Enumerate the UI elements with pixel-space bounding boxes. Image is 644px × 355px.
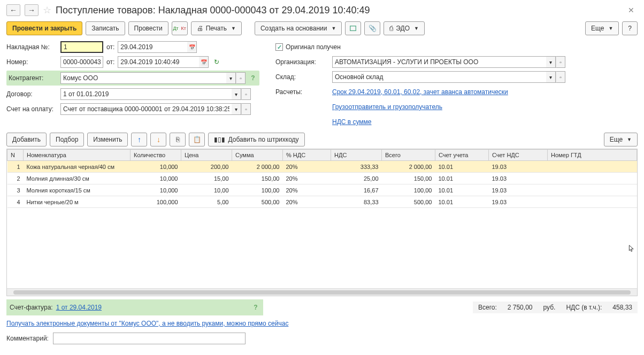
invoice-no-label: Накладная №: xyxy=(6,43,57,51)
favorite-icon[interactable]: ☆ xyxy=(43,4,51,16)
total-value: 2 750,00 xyxy=(508,304,533,311)
edo-button[interactable]: ⎙ЭДО▼ xyxy=(384,21,425,35)
invoice-no-input[interactable] xyxy=(60,41,103,53)
dropdown-icon[interactable]: ▾ xyxy=(546,56,556,68)
stamp-icon: ⎙ xyxy=(389,25,393,32)
dropdown-icon[interactable]: ▾ xyxy=(546,71,556,83)
select-button[interactable]: Подбор xyxy=(50,133,84,146)
bill-input[interactable] xyxy=(60,103,232,115)
sf-label: Счет-фактура: xyxy=(10,304,53,311)
col-price[interactable]: Цена xyxy=(181,150,232,161)
items-table: N Номенклатура Количество Цена Сумма % Н… xyxy=(7,149,637,208)
copy-button[interactable]: ⎘ xyxy=(170,133,186,146)
help-icon[interactable]: ? xyxy=(249,72,257,84)
paperclip-icon: 📎 xyxy=(369,25,377,32)
open-icon[interactable]: ▫ xyxy=(241,103,251,115)
counterparty-label: Контрагент: xyxy=(9,74,57,82)
open-icon[interactable]: ▫ xyxy=(241,88,251,100)
more-button[interactable]: Еще▼ xyxy=(585,21,619,35)
table-more-button[interactable]: Еще▼ xyxy=(604,133,638,146)
promo-link[interactable]: Получать электронные документы от "Комус… xyxy=(6,320,288,327)
open-icon[interactable]: ▫ xyxy=(236,72,246,84)
table-row[interactable]: 1Кожа натуральная черная/40 см10,000200,… xyxy=(7,161,637,173)
table-row[interactable]: 2Молния длинная/30 см10,00015,00150,0020… xyxy=(7,173,637,184)
edit-button[interactable]: Изменить xyxy=(87,133,128,146)
calc-label: Расчеты: xyxy=(275,88,329,96)
col-gtd[interactable]: Номер ГТД xyxy=(548,150,637,161)
col-vat-account[interactable]: Счет НДС xyxy=(489,150,548,161)
col-vat-pct[interactable]: % НДС xyxy=(283,150,331,161)
copy-icon: ⎘ xyxy=(176,136,180,143)
refresh-icon[interactable]: ↻ xyxy=(214,58,219,66)
dropdown-icon[interactable]: ▾ xyxy=(232,103,241,115)
calendar-icon[interactable]: 📅 xyxy=(187,41,197,53)
warehouse-label: Склад: xyxy=(275,73,329,81)
col-nomenclature[interactable]: Номенклатура xyxy=(24,150,131,161)
dropdown-icon[interactable]: ▾ xyxy=(232,88,241,100)
dropdown-icon[interactable]: ▾ xyxy=(226,72,236,84)
contract-input[interactable] xyxy=(60,88,232,100)
save-button[interactable]: Записать xyxy=(86,21,125,35)
link-button[interactable] xyxy=(345,21,361,35)
post-button[interactable]: Провести xyxy=(128,21,168,35)
attachment-button[interactable]: 📎 xyxy=(364,21,380,35)
open-icon[interactable]: ▫ xyxy=(556,56,565,68)
col-sum[interactable]: Сумма xyxy=(232,150,283,161)
col-n[interactable]: N xyxy=(7,150,24,161)
vat-mode-link[interactable]: НДС в сумме xyxy=(332,118,372,126)
bill-label: Счет на оплату: xyxy=(6,105,57,113)
vat-total-label: НДС (в т.ч.): xyxy=(566,304,602,311)
shipper-link[interactable]: Грузоотправитель и грузополучатель xyxy=(332,103,442,111)
from-label-2: от: xyxy=(106,58,114,66)
currency-label: руб. xyxy=(543,304,555,311)
help-button[interactable]: ? xyxy=(622,21,638,35)
invoice-date-input[interactable] xyxy=(118,41,187,53)
org-label: Организация: xyxy=(275,58,329,66)
print-button[interactable]: 🖨Печать▼ xyxy=(191,21,242,35)
number-input[interactable] xyxy=(60,56,103,68)
number-date-input[interactable] xyxy=(118,56,199,68)
total-label: Всего: xyxy=(478,304,497,311)
barcode-icon: ▮▯▮ xyxy=(214,136,225,143)
dt-kt-button[interactable]: ДтКт xyxy=(172,21,188,35)
comment-label: Комментарий: xyxy=(6,335,49,342)
barcode-button[interactable]: ▮▯▮Добавить по штрихкоду xyxy=(208,133,304,146)
open-icon[interactable]: ▫ xyxy=(556,71,565,83)
calendar-icon[interactable]: 📅 xyxy=(199,56,209,68)
close-icon[interactable]: ✕ xyxy=(625,5,638,16)
org-input[interactable] xyxy=(332,56,546,68)
col-qty[interactable]: Количество xyxy=(131,150,181,161)
help-icon[interactable]: ? xyxy=(251,302,260,313)
vat-total-value: 458,33 xyxy=(612,304,632,311)
nav-forward-button[interactable]: → xyxy=(25,4,39,16)
table-row[interactable]: 4Нитки черные/20 м100,0005,00500,0020%83… xyxy=(7,196,637,208)
table-empty-area xyxy=(7,208,637,288)
printer-icon: 🖨 xyxy=(197,25,203,32)
calc-link[interactable]: Срок 29.04.2019, 60.01, 60.02, зачет ава… xyxy=(332,88,508,96)
paste-button[interactable]: 📋 xyxy=(189,133,205,146)
nav-back-button[interactable]: ← xyxy=(6,4,20,16)
check-icon: ✓ xyxy=(275,43,283,51)
warehouse-input[interactable] xyxy=(332,71,546,83)
col-total[interactable]: Всего xyxy=(382,150,435,161)
col-vat[interactable]: НДС xyxy=(331,150,382,161)
move-down-button[interactable]: ↓ xyxy=(150,133,166,146)
from-label: от: xyxy=(106,43,114,51)
page-title: Поступление товаров: Накладная 0000-0000… xyxy=(56,5,370,16)
contract-label: Договор: xyxy=(6,90,57,98)
table-row[interactable]: 3Молния короткая/15 см10,00010,00100,002… xyxy=(7,184,637,196)
sf-link[interactable]: 1 от 29.04.2019 xyxy=(56,304,102,311)
original-received-checkbox[interactable]: ✓ Оригинал получен xyxy=(275,43,341,51)
comment-input[interactable] xyxy=(53,333,246,344)
add-row-button[interactable]: Добавить xyxy=(6,133,47,146)
horizontal-scrollbar[interactable] xyxy=(7,288,637,296)
paste-icon: 📋 xyxy=(193,136,201,143)
col-account[interactable]: Счет учета xyxy=(435,150,489,161)
svg-rect-0 xyxy=(350,26,356,31)
post-and-close-button[interactable]: Провести и закрыть xyxy=(6,21,82,35)
number-label: Номер: xyxy=(6,58,57,66)
counterparty-input[interactable] xyxy=(60,72,226,84)
move-up-button[interactable]: ↑ xyxy=(131,133,147,146)
create-based-button[interactable]: Создать на основании▼ xyxy=(255,21,342,35)
